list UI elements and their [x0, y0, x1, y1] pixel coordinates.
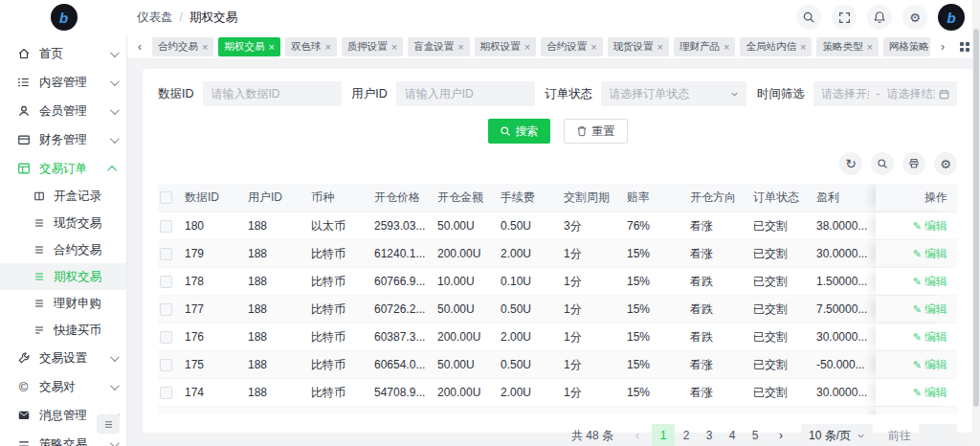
tab-close-icon[interactable]: ×: [657, 41, 663, 53]
edit-button[interactable]: ✎编辑: [913, 274, 947, 290]
tab-双色球[interactable]: 双色球×: [285, 37, 337, 56]
data-id-input[interactable]: [203, 81, 342, 106]
reset-button[interactable]: 重置: [564, 119, 628, 144]
scrollbar-thumb[interactable]: [973, 29, 979, 407]
table-cell: 2593.03...: [374, 219, 437, 233]
print-icon[interactable]: [902, 152, 925, 175]
column-header-1: 数据ID: [185, 190, 248, 206]
table-cell: 1分: [564, 246, 627, 262]
tab-close-icon[interactable]: ×: [202, 41, 208, 53]
tab-质押设置[interactable]: 质押设置×: [342, 37, 403, 56]
row-checkbox[interactable]: [160, 387, 172, 399]
row-checkbox[interactable]: [160, 303, 172, 316]
sidebar-item-trade-settings[interactable]: 交易设置: [0, 344, 126, 372]
tab-close-icon[interactable]: ×: [457, 41, 463, 53]
tab-理财产品[interactable]: 理财产品×: [674, 37, 735, 56]
date-range-picker[interactable]: 请选择开始 - 请选择结束: [813, 81, 957, 106]
table-settings-gear-icon[interactable]: ⚙: [934, 152, 957, 175]
tab-现货设置[interactable]: 现货设置×: [608, 37, 669, 56]
goto-page-input[interactable]: [919, 424, 957, 446]
sidebar-item-wealth-purchase[interactable]: 理财申购: [0, 290, 126, 317]
tab-合约交易[interactable]: 合约交易×: [152, 37, 213, 56]
tab-close-icon[interactable]: ×: [524, 41, 530, 53]
breadcrumb-root[interactable]: 仪表盘: [137, 10, 173, 26]
sidebar-item-quick-buy[interactable]: 快捷买币: [0, 317, 126, 344]
table-cell: 15%: [627, 358, 690, 371]
user-id-input[interactable]: [396, 81, 535, 106]
row-checkbox[interactable]: [160, 359, 172, 371]
select-all-checkbox[interactable]: [160, 191, 172, 204]
tab-close-icon[interactable]: ×: [268, 41, 274, 53]
refresh-icon[interactable]: ↻: [839, 152, 862, 175]
search-button[interactable]: 搜索: [488, 119, 550, 144]
table-cell: 已交割: [753, 246, 816, 262]
edit-button[interactable]: ✎编辑: [913, 246, 947, 262]
page-number-4[interactable]: 4: [721, 424, 744, 446]
tab-合约设置[interactable]: 合约设置×: [541, 37, 602, 56]
row-checkbox[interactable]: [160, 331, 172, 344]
prev-page-icon[interactable]: ‹: [627, 424, 648, 446]
sidebar-item-spot-trade[interactable]: 现货交易: [0, 210, 126, 236]
sidebar-item-home[interactable]: 首页: [0, 39, 126, 68]
row-checkbox[interactable]: [160, 276, 172, 288]
edit-button[interactable]: ✎编辑: [913, 357, 947, 373]
chevron-down-icon: [110, 380, 117, 393]
page-number-2[interactable]: 2: [675, 424, 698, 446]
reset-button-label: 重置: [592, 123, 615, 140]
table-cell: 50.00U: [437, 219, 501, 233]
filter-actions: 搜索 重置: [158, 119, 957, 144]
tab-close-icon[interactable]: ×: [800, 41, 806, 53]
fullscreen-icon[interactable]: [832, 5, 857, 30]
edit-button[interactable]: ✎编辑: [913, 218, 947, 234]
row-checkbox[interactable]: [160, 414, 172, 415]
notification-bell-icon[interactable]: [867, 5, 892, 30]
tab-期权设置[interactable]: 期权设置×: [475, 37, 536, 56]
edit-button[interactable]: ✎编辑: [913, 329, 947, 346]
edit-button[interactable]: ✎编辑: [913, 413, 947, 415]
page-size-select[interactable]: 10 条/页: [801, 424, 873, 446]
table-cell: 比特币: [311, 301, 374, 318]
goto-label: 前往: [888, 428, 911, 444]
row-checkbox[interactable]: [160, 220, 172, 233]
sidebar-item-options-trade[interactable]: 期权交易: [0, 263, 126, 290]
tab-盲盒设置[interactable]: 盲盒设置×: [408, 37, 469, 56]
strategy-lines-icon: [16, 437, 31, 446]
page-number-3[interactable]: 3: [698, 424, 721, 446]
user-avatar[interactable]: b: [938, 4, 965, 31]
tab-close-icon[interactable]: ×: [866, 41, 872, 53]
tab-策略类型[interactable]: 策略类型×: [816, 37, 878, 56]
table-cell: 比特币: [311, 413, 374, 415]
sidebar-item-content[interactable]: 内容管理: [0, 68, 126, 97]
tab-label: 质押设置: [347, 40, 388, 54]
tab-close-icon[interactable]: ×: [590, 41, 596, 53]
tab-网格策略[interactable]: 网格策略×: [883, 37, 930, 56]
tab-list-grid-icon[interactable]: [955, 42, 974, 52]
settings-gear-icon[interactable]: ⚙: [902, 5, 927, 30]
tab-期权交易[interactable]: 期权交易×: [218, 37, 279, 56]
tabs-scroll-left-icon[interactable]: ‹: [131, 40, 148, 54]
column-search-icon[interactable]: [871, 152, 894, 175]
page-number-5[interactable]: 5: [744, 424, 767, 446]
next-page-icon[interactable]: ›: [770, 424, 791, 446]
sidebar-item-finance[interactable]: 财务管理: [0, 125, 126, 154]
tabs-scroll-right-icon[interactable]: ›: [934, 40, 951, 54]
row-checkbox[interactable]: [160, 248, 172, 260]
sidebar-item-box-records[interactable]: 开盒记录: [0, 183, 126, 210]
sidebar-item-trade-orders[interactable]: 交易订单: [0, 154, 126, 183]
edit-button-label: 编辑: [924, 218, 947, 234]
tab-全局站内信[interactable]: 全局站内信×: [740, 37, 812, 56]
edit-button[interactable]: ✎编辑: [913, 385, 947, 401]
sidebar-item-contract-trade[interactable]: 合约交易: [0, 236, 126, 263]
edit-button[interactable]: ✎编辑: [913, 301, 947, 318]
app-window: b 仪表盘 / 期权交易 ⚙ b 首页: [0, 0, 980, 446]
sidebar-collapse-button[interactable]: [97, 414, 120, 434]
tab-close-icon[interactable]: ×: [324, 41, 330, 53]
page-scrollbar[interactable]: [972, 0, 980, 446]
search-icon[interactable]: [796, 5, 821, 30]
tab-close-icon[interactable]: ×: [724, 41, 729, 53]
page-number-1[interactable]: 1: [652, 424, 675, 446]
sidebar-item-trade-pairs[interactable]: © 交易对: [0, 372, 126, 401]
tab-close-icon[interactable]: ×: [391, 41, 397, 53]
order-status-select[interactable]: 请选择订单状态: [601, 81, 746, 106]
sidebar-item-members[interactable]: 会员管理: [0, 97, 126, 125]
